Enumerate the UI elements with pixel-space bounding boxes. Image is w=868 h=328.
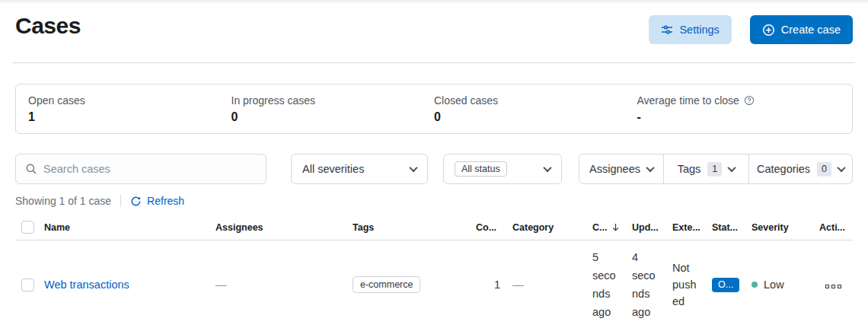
stat-value: 0	[434, 110, 637, 124]
stat-value: -	[637, 110, 841, 124]
page-title: Cases	[15, 13, 81, 39]
column-header-severity[interactable]: Severity	[745, 217, 813, 240]
plus-circle-icon	[762, 24, 775, 37]
summary-row: Showing 1 of 1 case Refresh	[15, 194, 853, 208]
chevron-down-icon	[837, 164, 845, 172]
column-header-actions: Acti...	[813, 217, 853, 240]
stats-panel: Open cases 1 In progress cases 0 Closed …	[15, 84, 853, 134]
cases-table: Name Assignees Tags Co... Category C... …	[15, 217, 853, 328]
case-name-link[interactable]: Web transactions	[44, 279, 129, 291]
header-actions: Settings Create case	[649, 15, 853, 44]
assignees-filter-label: Assignees	[589, 163, 640, 175]
comments-count: 1	[470, 240, 506, 328]
assignees-filter-button[interactable]: Assignees	[579, 154, 663, 183]
tag-badge: e-commerce	[353, 276, 420, 293]
column-header-assignees: Assignees	[209, 217, 346, 240]
severity-select[interactable]: All severities	[291, 154, 428, 184]
page-header: Cases Settings Create case	[0, 4, 868, 44]
severity-select-value: All severities	[302, 163, 364, 175]
column-header-comments: Co...	[470, 217, 506, 240]
column-header-created[interactable]: C...	[586, 217, 626, 240]
external-incidents-value: Not pushed	[666, 240, 706, 328]
stat-value: 1	[28, 110, 231, 124]
stat-label: Closed cases	[434, 94, 637, 107]
tags-count-badge: 1	[707, 162, 722, 177]
search-box	[15, 154, 266, 184]
summary-divider	[120, 195, 121, 207]
stat-value: 0	[231, 110, 435, 124]
categories-filter-button[interactable]: Categories 0	[748, 154, 852, 183]
updated-value: 4 seconds ago	[626, 240, 666, 328]
search-cases-input[interactable]	[43, 163, 257, 175]
chevron-down-icon	[543, 164, 551, 172]
refresh-icon	[130, 196, 142, 207]
created-value: 5 seconds ago	[586, 240, 626, 328]
severity-low-dot-icon	[752, 282, 758, 288]
create-case-button[interactable]: Create case	[750, 15, 853, 44]
status-select[interactable]: All status	[443, 154, 562, 184]
magnifier-icon	[25, 163, 37, 175]
case-row: Web transactions — e-commerce 1 — 5 seco…	[15, 240, 853, 328]
stat-label: Average time to close	[637, 94, 739, 107]
sliders-icon	[661, 24, 673, 36]
refresh-button[interactable]: Refresh	[130, 195, 184, 207]
severity-value: Low	[752, 279, 807, 291]
header-divider	[13, 62, 855, 63]
categories-count-badge: 0	[817, 162, 831, 177]
categories-filter-label: Categories	[757, 163, 810, 175]
showing-count-text: Showing 1 of 1 case	[15, 195, 111, 207]
column-header-tags: Tags	[346, 217, 470, 240]
boxes-horizontal-icon[interactable]	[822, 282, 844, 291]
category-value: —	[512, 279, 524, 291]
chevron-down-icon	[728, 164, 736, 172]
assignees-value: —	[215, 279, 227, 291]
arrow-down-icon	[611, 222, 621, 232]
tags-filter-button[interactable]: Tags 1	[663, 154, 748, 183]
stat-label: Open cases	[28, 94, 231, 107]
settings-button-label: Settings	[679, 24, 719, 36]
column-header-name[interactable]: Name	[38, 217, 209, 240]
severity-label: Low	[764, 279, 784, 291]
column-header-status[interactable]: Stat...	[706, 217, 745, 240]
chevron-down-icon	[409, 164, 417, 172]
tags-filter-label: Tags	[678, 163, 701, 175]
filter-bar: All severities All status Assignees Tags…	[15, 154, 853, 184]
refresh-button-label: Refresh	[147, 195, 184, 207]
column-header-category[interactable]: Category	[506, 217, 586, 240]
chevron-down-icon	[646, 164, 654, 172]
stat-label: In progress cases	[231, 94, 435, 107]
stat-in-progress-cases: In progress cases 0	[231, 94, 435, 123]
status-select-value: All status	[455, 161, 507, 177]
create-case-button-label: Create case	[781, 24, 841, 36]
table-header-row: Name Assignees Tags Co... Category C... …	[15, 217, 853, 240]
stat-open-cases: Open cases 1	[28, 94, 231, 123]
stat-closed-cases: Closed cases 0	[434, 94, 637, 123]
row-checkbox[interactable]	[21, 279, 34, 291]
stat-average-time-to-close: Average time to close -	[637, 94, 841, 123]
status-badge[interactable]: O...	[712, 278, 739, 292]
question-circle-icon[interactable]	[744, 95, 755, 106]
select-all-checkbox[interactable]	[21, 221, 34, 234]
column-header-external: Exte...	[666, 217, 706, 240]
filter-group: Assignees Tags 1 Categories 0	[579, 154, 853, 184]
settings-button[interactable]: Settings	[649, 15, 731, 44]
column-header-updated[interactable]: Upd...	[626, 217, 666, 240]
